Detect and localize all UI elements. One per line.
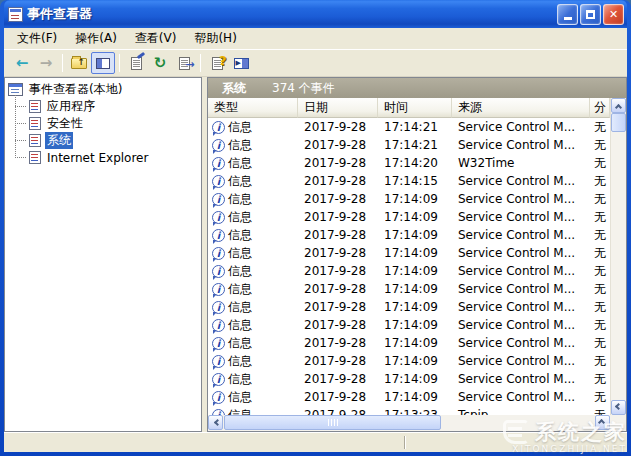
main-area: 事件查看器(本地) 应用程序 安全性 系统 Internet Explorer … [4, 77, 627, 432]
event-source: Service Control M... [452, 354, 590, 368]
maximize-button[interactable] [580, 4, 601, 25]
vertical-scrollbar[interactable] [610, 98, 626, 415]
status-bar-divider [404, 436, 406, 449]
information-event-icon: i [212, 175, 225, 188]
event-source: Service Control M... [452, 192, 590, 206]
event-date: 2017-9-28 [298, 192, 378, 206]
event-row[interactable]: i信息 2017-9-28 17:14:09 Service Control M… [208, 280, 610, 298]
event-category: 无 [590, 119, 610, 136]
event-source: Service Control M... [452, 246, 590, 260]
event-date: 2017-9-28 [298, 336, 378, 350]
column-header-source[interactable]: 来源 [452, 98, 590, 118]
information-event-icon: i [212, 139, 225, 152]
event-time: 17:14:09 [378, 192, 452, 206]
horizontal-scrollbar[interactable] [208, 415, 610, 431]
forward-arrow-icon: → [40, 56, 53, 71]
event-row[interactable]: i信息 2017-9-28 17:14:21 Service Control M… [208, 118, 610, 136]
tree-root[interactable]: 事件查看器(本地) [8, 81, 201, 98]
event-row[interactable]: i信息 2017-9-28 17:14:09 Service Control M… [208, 298, 610, 316]
event-row[interactable]: i信息 2017-9-28 17:14:15 Service Control M… [208, 172, 610, 190]
refresh-button[interactable]: ↻ [148, 52, 172, 74]
event-time: 17:14:09 [378, 228, 452, 242]
information-event-icon: i [212, 283, 225, 296]
status-bar [4, 432, 627, 452]
menu-help[interactable]: 帮助(H) [185, 28, 245, 49]
properties-button[interactable] [124, 52, 148, 74]
event-time: 17:14:09 [378, 336, 452, 350]
tree-item[interactable]: Internet Explorer [29, 149, 201, 166]
event-type: 信息 [228, 209, 252, 226]
vertical-scroll-thumb[interactable] [611, 113, 626, 132]
event-row[interactable]: i信息 2017-9-28 17:14:09 Service Control M… [208, 190, 610, 208]
event-type: 信息 [228, 245, 252, 262]
up-one-level-button[interactable] [67, 52, 91, 74]
scroll-left-button[interactable] [208, 415, 223, 430]
event-row[interactable]: i信息 2017-9-28 17:14:09 Service Control M… [208, 334, 610, 352]
event-time: 17:14:09 [378, 390, 452, 404]
menu-action[interactable]: 操作(A) [66, 28, 126, 49]
menu-view[interactable]: 查看(V) [126, 28, 186, 49]
column-header-row: 类型 日期 时间 来源 分 [208, 98, 626, 118]
tree-item[interactable]: 系统 [29, 132, 201, 149]
information-event-icon: i [212, 319, 225, 332]
event-type: 信息 [228, 119, 252, 136]
scroll-right-button[interactable] [595, 415, 610, 430]
event-type: 信息 [228, 371, 252, 388]
scroll-down-button[interactable] [611, 400, 626, 415]
column-header-category[interactable]: 分 [590, 98, 610, 118]
event-row[interactable]: i信息 2017-9-28 17:14:09 Service Control M… [208, 262, 610, 280]
event-type: 信息 [228, 173, 252, 190]
help-icon: ? [212, 57, 223, 70]
console-tree-panel: 事件查看器(本地) 应用程序 安全性 系统 Internet Explorer [4, 77, 202, 432]
forward-button[interactable]: → [34, 52, 58, 74]
event-date: 2017-9-28 [298, 156, 378, 170]
event-category: 无 [590, 317, 610, 334]
information-event-icon: i [212, 247, 225, 260]
event-row[interactable]: i信息 2017-9-28 17:14:09 Service Control M… [208, 370, 610, 388]
toolbar: ← → ↻ → ? [4, 50, 627, 77]
event-row[interactable]: i信息 2017-9-28 17:14:09 Service Control M… [208, 226, 610, 244]
event-time: 17:14:15 [378, 174, 452, 188]
event-category: 无 [590, 353, 610, 370]
event-category: 无 [590, 281, 610, 298]
help-button[interactable]: ? [205, 52, 229, 74]
event-category: 无 [590, 227, 610, 244]
view-title: 系统 [222, 80, 246, 97]
event-row[interactable]: i信息 2017-9-28 17:14:21 Service Control M… [208, 136, 610, 154]
event-source: Service Control M... [452, 264, 590, 278]
event-time: 17:14:09 [378, 210, 452, 224]
information-event-icon: i [212, 193, 225, 206]
event-row[interactable]: i信息 2017-9-28 17:14:09 Service Control M… [208, 352, 610, 370]
maximize-icon [586, 10, 595, 19]
column-header-type[interactable]: 类型 [208, 98, 298, 118]
back-button[interactable]: ← [10, 52, 34, 74]
event-row[interactable]: i信息 2017-9-28 17:14:09 Service Control M… [208, 388, 610, 406]
event-source: Service Control M... [452, 336, 590, 350]
close-button[interactable]: ✕ [603, 4, 624, 25]
information-event-icon: i [212, 301, 225, 314]
horizontal-scroll-thumb[interactable] [224, 415, 441, 430]
tree-item[interactable]: 应用程序 [29, 98, 201, 115]
event-row[interactable]: i信息 2017-9-28 17:14:09 Service Control M… [208, 244, 610, 262]
event-row[interactable]: i信息 2017-9-28 17:14:09 Service Control M… [208, 208, 610, 226]
information-event-icon: i [212, 211, 225, 224]
menu-file[interactable]: 文件(F) [8, 28, 66, 49]
event-row[interactable]: i信息 2017-9-28 17:14:20 W32Time 无 [208, 154, 610, 172]
event-time: 17:14:09 [378, 300, 452, 314]
show-hide-console-tree-button[interactable] [91, 52, 115, 74]
event-time: 17:14:21 [378, 138, 452, 152]
event-type: 信息 [228, 353, 252, 370]
event-category: 无 [590, 173, 610, 190]
event-row[interactable]: i信息 2017-9-28 17:14:09 Service Control M… [208, 316, 610, 334]
export-list-button[interactable]: → [172, 52, 196, 74]
event-source: Service Control M... [452, 174, 590, 188]
tree-item[interactable]: 安全性 [29, 115, 201, 132]
column-header-date[interactable]: 日期 [298, 98, 378, 118]
show-description-bar-button[interactable] [229, 52, 253, 74]
up-folder-icon [71, 58, 87, 69]
event-category: 无 [590, 155, 610, 172]
minimize-icon [564, 17, 572, 20]
column-header-time[interactable]: 时间 [378, 98, 452, 118]
scroll-up-button[interactable] [611, 98, 626, 113]
minimize-button[interactable] [557, 4, 578, 25]
